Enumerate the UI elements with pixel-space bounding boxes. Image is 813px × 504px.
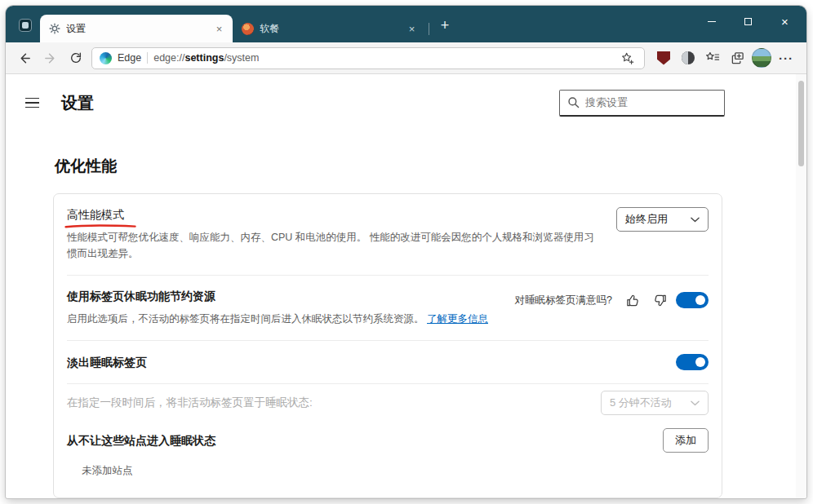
collections-icon (731, 51, 744, 65)
toolbar: Edge edge://settings/system ··· (6, 42, 806, 74)
settings-page: 设置 优化性能 高性能模式 (6, 74, 806, 498)
tab-ruancan[interactable]: 软餐 × (233, 15, 425, 42)
url-path: /system (224, 52, 259, 64)
thumbs-down-icon (652, 293, 668, 308)
sleep-timeout-dropdown: 5 分钟不活动 (601, 391, 709, 415)
feedback-question: 对睡眠标签页满意吗? (515, 294, 612, 307)
chevron-down-icon (691, 400, 700, 406)
address-bar[interactable]: Edge edge://settings/system (91, 47, 645, 69)
search-input[interactable] (585, 96, 719, 108)
hamburger-icon (25, 98, 39, 99)
setting-row-performance-mode: 高性能模式 性能模式可帮您优化速度、响应能力、内存、CPU 和电池的使用。 性能… (54, 194, 722, 275)
profile-button[interactable] (749, 46, 774, 70)
back-arrow-icon (18, 51, 32, 65)
favorites-star-icon (705, 51, 720, 64)
no-sites-note: 未添加站点 (54, 459, 722, 497)
shield-icon (657, 51, 670, 65)
url-host: settings (184, 52, 224, 64)
edge-logo-icon (100, 52, 112, 64)
address-separator (147, 52, 148, 64)
url-text: edge://settings/system (153, 52, 259, 64)
fade-tabs-title: 淡出睡眠标签页 (67, 355, 147, 369)
settings-card: 高性能模式 性能模式可帮您优化速度、响应能力、内存、CPU 和电池的使用。 性能… (53, 193, 722, 498)
sleep-timeout-label: 在指定一段时间后，将非活动标签页置于睡眠状态: (67, 396, 601, 410)
setting-row-sleep-timeout: 在指定一段时间后，将非活动标签页置于睡眠状态: 5 分钟不活动 (54, 384, 722, 422)
performance-mode-title: 高性能模式 (67, 207, 124, 222)
menu-button[interactable] (25, 91, 48, 114)
star-add-icon (620, 51, 634, 65)
url-scheme: edge:// (153, 52, 184, 64)
site-favicon-icon (242, 23, 254, 35)
extension-icon (682, 51, 695, 64)
tab-close-button[interactable]: × (212, 22, 226, 36)
dropdown-value: 始终启用 (625, 212, 668, 227)
red-underline-annotation (64, 223, 136, 229)
setting-row-fade-tabs: 淡出睡眠标签页 (54, 341, 722, 383)
gear-icon (49, 23, 60, 34)
performance-mode-description: 性能模式可帮您优化速度、响应能力、内存、CPU 和电池的使用。 性能的改进可能会… (67, 229, 602, 262)
settings-search-box[interactable] (559, 90, 725, 117)
avatar (752, 48, 771, 68)
favorites-button[interactable] (700, 46, 725, 70)
sleeping-tabs-title: 使用标签页休眠功能节约资源 (67, 289, 500, 303)
tab-settings[interactable]: 设置 × (40, 15, 233, 42)
section-title: 优化性能 (55, 156, 806, 177)
dropdown-value: 5 分钟不活动 (610, 396, 672, 410)
add-site-button[interactable]: 添加 (663, 428, 709, 453)
scrollbar-thumb[interactable] (798, 81, 804, 166)
fade-tabs-toggle[interactable] (676, 354, 709, 370)
add-favorite-button[interactable] (617, 48, 637, 68)
scrollbar[interactable] (796, 74, 806, 498)
new-tab-button[interactable]: + (434, 15, 455, 36)
performance-mode-dropdown[interactable]: 始终启用 (616, 207, 709, 232)
maximize-button[interactable] (730, 8, 766, 34)
window-controls: × (693, 8, 803, 34)
refresh-button[interactable] (63, 46, 88, 70)
sleeping-tabs-description: 启用此选项后，不活动的标签页将在指定时间后进入休眠状态以节约系统资源。 (67, 313, 424, 325)
tab-separator (429, 23, 429, 35)
chevron-down-icon (691, 217, 700, 223)
settings-body: 优化性能 高性能模式 性能模式可帮您优化速度、响应能力、内存、CPU 和电池的使… (6, 156, 806, 498)
thumbs-up-icon (625, 293, 641, 308)
tab-title: 设置 (66, 22, 207, 36)
extension-button[interactable] (676, 46, 700, 70)
setting-row-sleeping-tabs: 使用标签页休眠功能节约资源 启用此选项后，不活动的标签页将在指定时间后进入休眠状… (54, 276, 722, 340)
sleeping-tabs-toggle[interactable] (676, 292, 709, 308)
tab-title: 软餐 (260, 22, 399, 36)
thumbs-down-button[interactable] (649, 290, 670, 311)
ublock-extension-button[interactable] (651, 46, 676, 70)
forward-button[interactable] (38, 46, 63, 70)
forward-arrow-icon (43, 51, 57, 65)
maximize-icon (744, 18, 752, 25)
thumbs-up-button[interactable] (622, 290, 643, 311)
close-button[interactable]: × (766, 8, 803, 34)
collections-button[interactable] (725, 46, 749, 70)
minimize-button[interactable] (693, 8, 730, 34)
workspaces-icon (19, 19, 32, 32)
tab-close-button[interactable]: × (405, 22, 419, 36)
back-button[interactable] (12, 46, 38, 70)
more-menu-button[interactable]: ··· (774, 46, 798, 70)
page-title: 设置 (61, 92, 94, 114)
minimize-icon (708, 21, 716, 22)
browser-window: 设置 × 软餐 × + × Edge edge:/ (6, 6, 806, 498)
never-sleep-title: 从不让这些站点进入睡眠状态 (67, 433, 215, 448)
search-icon (567, 96, 580, 108)
workspaces-button[interactable] (15, 15, 36, 36)
title-bar: 设置 × 软餐 × + × (6, 6, 806, 42)
settings-header: 设置 (6, 74, 806, 131)
refresh-icon (69, 51, 82, 64)
learn-more-link[interactable]: 了解更多信息 (427, 313, 488, 325)
setting-row-never-sleep: 从不让这些站点进入睡眠状态 添加 (54, 422, 722, 459)
site-label: Edge (118, 52, 141, 64)
